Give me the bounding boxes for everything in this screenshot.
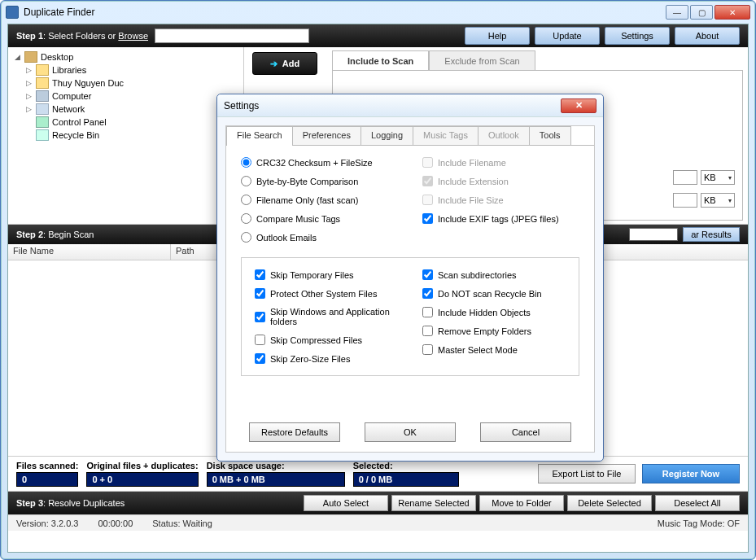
- check-skip-windows[interactable]: Skip Windows and Application folders: [255, 307, 398, 326]
- folder-icon: [36, 77, 49, 89]
- clear-results-button[interactable]: ar Results: [683, 227, 740, 242]
- tab-tools[interactable]: Tools: [529, 126, 571, 146]
- check-include-filename[interactable]: Include Filename: [422, 157, 579, 168]
- stat-sel-value: 0 / 0 MB: [353, 472, 459, 487]
- tab-logging[interactable]: Logging: [361, 126, 413, 146]
- stat-disk-label: Disk space usage:: [207, 461, 345, 470]
- status-music-mode: Music Tag Mode: OF: [658, 518, 740, 528]
- export-list-button[interactable]: Export List to File: [538, 464, 636, 483]
- tab-include-scan[interactable]: Include to Scan: [332, 50, 429, 72]
- stat-scanned-label: Files scanned:: [16, 461, 78, 470]
- size-max-unit[interactable]: KB: [701, 193, 735, 208]
- size-min-unit[interactable]: KB: [701, 170, 735, 185]
- browse-link[interactable]: Browse: [118, 31, 148, 41]
- tree-item-computer[interactable]: ▷Computer: [24, 90, 238, 103]
- tree-item-control-panel[interactable]: Control Panel: [24, 116, 238, 129]
- check-include-filesize[interactable]: Include File Size: [422, 195, 579, 205]
- options-group: Skip Temporary Files Protect Other Syste…: [241, 257, 579, 376]
- step1-bar: Step 1: Select Folders or Browse Help Up…: [8, 24, 748, 47]
- maximize-button[interactable]: ▢: [690, 5, 713, 20]
- col-filename[interactable]: File Name: [8, 244, 171, 260]
- tree-item-recycle-bin[interactable]: Recycle Bin: [24, 129, 238, 142]
- restore-defaults-button[interactable]: Restore Defaults: [249, 422, 340, 442]
- tab-music-tags[interactable]: Music Tags: [413, 126, 479, 146]
- check-remove-empty[interactable]: Remove Empty Folders: [422, 326, 566, 336]
- deselect-all-button[interactable]: Deselect All: [655, 495, 740, 511]
- check-master-select[interactable]: Master Select Mode: [422, 344, 566, 355]
- radio-filename[interactable]: Filename Only (fast scan): [241, 195, 398, 205]
- check-skip-zero[interactable]: Skip Zero-Size Files: [255, 353, 398, 364]
- step1-label: Step 1: Select Folders or Browse: [16, 31, 148, 41]
- stat-orig-value: 0 + 0: [86, 472, 198, 487]
- tree-item-network[interactable]: ▷Network: [24, 103, 238, 116]
- size-min-row: KB: [673, 169, 735, 186]
- check-include-exif[interactable]: Include EXIF tags (JPEG files): [422, 213, 579, 224]
- dialog-content: CRC32 Checksum + FileSize Byte-by-Byte C…: [226, 145, 594, 452]
- settings-button[interactable]: Settings: [605, 27, 670, 45]
- dialog-body: File Search Preferences Logging Music Ta…: [225, 125, 595, 453]
- move-to-folder-button[interactable]: Move to Folder: [479, 495, 564, 511]
- folder-path-input[interactable]: [155, 28, 309, 43]
- tab-outlook[interactable]: Outlook: [478, 126, 530, 146]
- radio-outlook[interactable]: Outlook Emails: [241, 232, 398, 243]
- radio-crc32[interactable]: CRC32 Checksum + FileSize: [241, 157, 398, 168]
- app-title: Duplicate Finder: [24, 7, 94, 18]
- ok-button[interactable]: OK: [365, 422, 456, 442]
- folder-tree[interactable]: ◢Desktop ▷Libraries ▷Thuy Nguyen Duc ▷Co…: [8, 47, 244, 224]
- register-now-button[interactable]: Register Now: [642, 464, 740, 483]
- check-hidden[interactable]: Include Hidden Objects: [422, 307, 566, 317]
- step3-bar: Step 3: Resolve Duplicates Auto Select R…: [8, 492, 748, 514]
- network-icon: [36, 103, 49, 115]
- rename-selected-button[interactable]: Rename Selected: [391, 495, 476, 511]
- close-button[interactable]: ✕: [714, 5, 750, 20]
- dialog-close-button[interactable]: ✕: [561, 98, 596, 113]
- desktop-icon: [24, 51, 37, 63]
- computer-icon: [36, 90, 49, 102]
- status-state: Status: Waiting: [152, 518, 212, 528]
- dialog-title: Settings: [224, 100, 259, 112]
- step2-label: Step 2: Begin Scan: [16, 230, 94, 239]
- app-icon: [6, 6, 19, 19]
- radio-music[interactable]: Compare Music Tags: [241, 213, 398, 224]
- delete-selected-button[interactable]: Delete Selected: [567, 495, 652, 511]
- update-button[interactable]: Update: [535, 27, 600, 45]
- tree-item-user[interactable]: ▷Thuy Nguyen Duc: [24, 77, 238, 90]
- check-skip-temp[interactable]: Skip Temporary Files: [255, 269, 398, 280]
- status-time: 00:00:00: [98, 518, 133, 528]
- radio-byte[interactable]: Byte-by-Byte Comparison: [241, 176, 398, 186]
- auto-select-button[interactable]: Auto Select: [304, 495, 388, 511]
- stat-sel-label: Selected:: [353, 461, 459, 470]
- settings-dialog: Settings ✕ File Search Preferences Loggi…: [216, 94, 604, 462]
- titlebar: Duplicate Finder — ▢ ✕: [1, 1, 755, 24]
- stat-orig-label: Original files + duplicates:: [86, 461, 198, 470]
- status-version: Version: 3.2.0.3: [16, 518, 78, 528]
- main-window: Duplicate Finder — ▢ ✕ Step 1: Select Fo…: [0, 0, 756, 560]
- check-include-extension[interactable]: Include Extension: [422, 176, 579, 186]
- check-skip-compressed[interactable]: Skip Compressed Files: [255, 335, 398, 345]
- folder-icon: [36, 64, 49, 76]
- tree-item-libraries[interactable]: ▷Libraries: [24, 63, 238, 77]
- step3-label: Step 3: Resolve Duplicates: [16, 498, 125, 508]
- stat-disk-value: 0 MB + 0 MB: [207, 472, 345, 487]
- recycle-bin-icon: [36, 129, 49, 141]
- size-min-input[interactable]: [673, 170, 697, 185]
- control-panel-icon: [36, 116, 49, 128]
- check-protect-system[interactable]: Protect Other System Files: [255, 288, 398, 299]
- add-folder-button[interactable]: Add: [252, 52, 317, 75]
- about-button[interactable]: About: [675, 27, 740, 45]
- stat-scanned-value: 0: [16, 472, 78, 487]
- minimize-button[interactable]: —: [666, 5, 688, 20]
- size-max-input[interactable]: [673, 193, 697, 208]
- help-button[interactable]: Help: [465, 27, 530, 45]
- scan-progress-box: [629, 228, 678, 241]
- tab-file-search[interactable]: File Search: [226, 126, 293, 146]
- tab-preferences[interactable]: Preferences: [292, 126, 361, 146]
- status-bar: Version: 3.2.0.3 00:00:00 Status: Waitin…: [8, 514, 748, 531]
- check-scan-subdirs[interactable]: Scan subdirectories: [422, 269, 566, 280]
- dialog-titlebar: Settings ✕: [217, 94, 603, 117]
- dialog-tabs: File Search Preferences Logging Music Ta…: [226, 126, 594, 146]
- tab-exclude-scan[interactable]: Exclude from Scan: [429, 50, 535, 72]
- check-no-recycle[interactable]: Do NOT scan Recycle Bin: [422, 288, 566, 299]
- cancel-button[interactable]: Cancel: [480, 422, 571, 442]
- tree-root[interactable]: ◢Desktop: [13, 50, 238, 63]
